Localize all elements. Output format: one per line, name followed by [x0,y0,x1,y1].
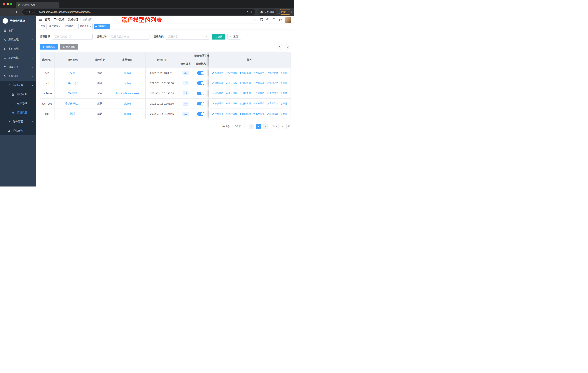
action-edit-link[interactable]: 修改流程 [212,71,223,74]
action-design-link[interactable]: 设计流程 [226,102,237,105]
status-toggle[interactable] [197,102,204,105]
action-delete-link[interactable]: 删除 [280,102,287,105]
sidebar-item-payment[interactable]: ¥ 支付管理 ▾ [0,44,36,53]
action-delete-link[interactable]: 删除 [280,92,287,95]
current-page-button[interactable]: 1 [256,124,261,129]
tag-process-form[interactable]: 流程表单× [78,24,93,29]
action-design-link[interactable]: 设计流程 [226,92,237,95]
breadcrumb-home[interactable]: 首页 [45,18,50,21]
action-delete-link[interactable]: 删除 [280,112,287,115]
sidebar-collapse-icon[interactable] [39,18,42,21]
sidebar-item-infrastructure[interactable]: 基础设施 ▾ [0,53,36,62]
avatar[interactable] [285,17,291,23]
process-key-input[interactable] [52,34,93,40]
action-assign-link[interactable]: 分配规则 [239,81,251,85]
action-publish-link[interactable]: 发布流程 [253,81,264,85]
reset-button[interactable]: 重置 [228,34,241,40]
github-icon[interactable] [260,18,263,21]
action-assign-link[interactable]: 分配规则 [239,71,251,74]
action-publish-link[interactable]: 发布流程 [253,92,264,95]
action-definition-link[interactable]: 流程定义 [267,112,278,115]
table-search-button[interactable] [278,44,283,50]
action-design-link[interactable]: 设计流程 [226,81,237,85]
breadcrumb-workflow[interactable]: 工作流程 [54,18,64,21]
action-publish-link[interactable]: 发布流程 [253,102,264,105]
action-delete-link[interactable]: 删除 [280,71,287,74]
reload-icon[interactable] [15,9,20,15]
action-edit-link[interactable]: 修改流程 [212,92,223,95]
goto-page-input[interactable] [279,124,286,129]
help-icon[interactable]: ? [266,18,269,21]
next-page-button[interactable]: › [263,124,268,129]
table-refresh-button[interactable] [285,44,290,50]
process-name-link[interactable]: OA 请假 [68,92,77,95]
action-assign-link[interactable]: 分配规则 [239,112,251,115]
security-warning[interactable]: 不安全 [25,10,36,14]
maximize-window-button[interactable] [10,3,12,5]
action-edit-link[interactable]: 修改流程 [212,112,223,115]
sidebar-item-system[interactable]: 系统管理 ▾ [0,35,36,44]
fullscreen-icon[interactable] [273,18,276,21]
bookmark-star-icon[interactable]: ☆ [251,10,253,14]
prev-page-button[interactable]: ‹ [249,124,254,129]
action-edit-link[interactable]: 修改流程 [212,81,223,85]
sidebar-item-user-group[interactable]: 用户分组 [0,99,36,108]
new-tab-button[interactable]: + [61,1,66,7]
search-button[interactable]: 搜索 [212,34,225,40]
sidebar-item-home[interactable]: 首页 [0,26,36,35]
tag-tenant[interactable]: 租户管理× [48,24,62,29]
search-icon[interactable] [254,18,257,21]
status-toggle[interactable] [197,92,204,95]
process-name-link[interactable]: 测试多审批人 [65,102,80,105]
process-name-link[interactable]: eeee [70,71,75,74]
sidebar-item-task-management[interactable]: 任务管理 ▾ [0,117,36,126]
address-bar[interactable]: 不安全 dashboard.yudao.iocoder.cn/bpm/manag… [22,9,255,15]
back-icon[interactable] [2,9,8,15]
action-edit-link[interactable]: 修改流程 [212,102,223,105]
sidebar-item-process-form[interactable]: 流程表单 [0,90,36,99]
process-name-link[interactable]: 自己审批 [68,81,78,84]
category-select[interactable]: 流程分类 ▾ [166,34,209,40]
font-size-icon[interactable]: TT [279,18,282,21]
sidebar-item-devtools[interactable]: 研发工具 ▾ [0,62,36,71]
action-definition-link[interactable]: 流程定义 [267,71,278,74]
create-process-button[interactable]: 新建流程 [40,44,58,50]
action-assign-link[interactable]: 分配规则 [239,102,251,105]
minimize-window-button[interactable] [7,3,9,5]
close-icon[interactable]: × [107,25,109,28]
sidebar-logo[interactable]: 芋道管理系统 [0,16,36,26]
import-process-button[interactable]: 导入流程 [60,44,78,50]
status-toggle[interactable] [197,112,204,116]
sidebar-item-process-model[interactable]: 流程模型 [0,108,36,117]
key-icon[interactable] [245,10,248,13]
sidebar-item-leave-query[interactable]: 请假查询 [0,126,36,135]
close-icon[interactable]: × [90,25,91,28]
action-definition-link[interactable]: 流程定义 [267,102,278,105]
close-icon[interactable]: × [74,25,76,28]
status-toggle[interactable] [197,71,204,75]
form-info-link[interactable]: biubiu [124,102,131,105]
form-info-link[interactable]: biubiu [124,71,131,74]
action-publish-link[interactable]: 发布流程 [253,112,264,115]
tag-my-process[interactable]: 我的流程× [63,24,77,29]
action-publish-link[interactable]: 发布流程 [253,71,264,74]
page-size-select[interactable]: 10条/页 ▾ [232,124,247,129]
action-assign-link[interactable]: 分配规则 [239,92,251,95]
form-info-link[interactable]: biubiu [124,82,131,85]
close-icon[interactable]: × [59,25,60,28]
status-toggle[interactable] [197,81,204,85]
browser-tab[interactable]: 芋道管理系统 × [16,2,59,8]
action-design-link[interactable]: 设计流程 [226,112,237,115]
process-name-link[interactable]: 滔博 [70,112,75,115]
update-button[interactable]: 更新 ⋮ [279,9,292,15]
action-delete-link[interactable]: 删除 [280,81,287,85]
form-info-link[interactable]: /bpm/oa/leave/create [115,92,139,95]
action-definition-link[interactable]: 流程定义 [267,92,278,95]
tag-process-model[interactable]: 流程模型× [94,24,110,29]
process-name-input[interactable] [109,34,149,40]
action-design-link[interactable]: 设计流程 [226,71,237,74]
browser-menu-icon[interactable]: ⋮ [287,10,290,13]
close-window-button[interactable] [3,3,5,5]
action-definition-link[interactable]: 流程定义 [267,81,278,85]
tab-close-icon[interactable]: × [56,4,57,6]
